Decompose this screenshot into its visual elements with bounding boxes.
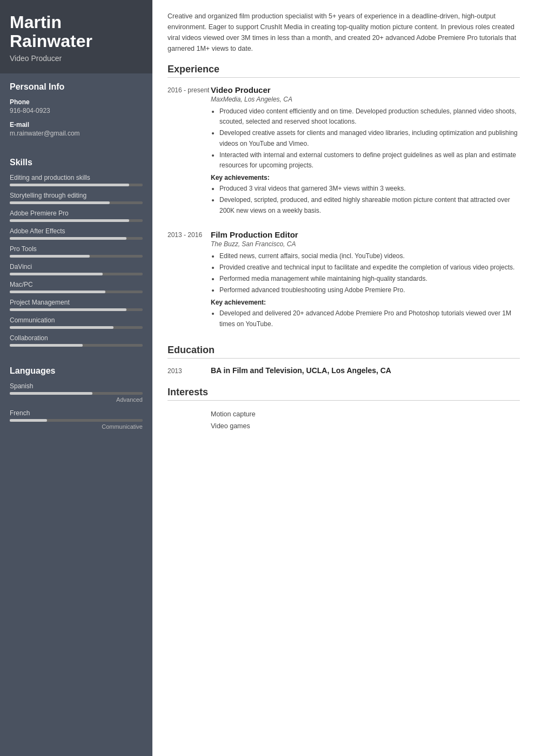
education-section: Education 2013 BA in Film and Television…	[168, 345, 520, 375]
language-bar-fill	[10, 419, 47, 422]
skill-bar-fill	[10, 344, 83, 347]
edu-year: 2013	[168, 366, 211, 375]
bullet-item: Edited news, current affairs, social med…	[219, 251, 520, 261]
interests-heading: Interests	[168, 387, 520, 401]
skill-bar-fill	[10, 326, 113, 329]
skill-item: Pro Tools	[10, 245, 143, 258]
skill-bar-fill	[10, 255, 90, 258]
bullet-item: Produced video content efficiently and o…	[219, 106, 520, 127]
language-level: Advanced	[10, 396, 143, 403]
summary-text: Creative and organized film production s…	[168, 11, 520, 54]
achievement-item: Developed, scripted, produced, and edite…	[219, 195, 520, 215]
languages-section: Languages Spanish Advanced French Commun…	[0, 357, 152, 442]
interest-item: Video games	[211, 420, 256, 433]
skill-item: Mac/PC	[10, 281, 143, 293]
candidate-name: Martin Rainwater	[10, 13, 143, 51]
email-label: E-mail	[10, 121, 143, 129]
skill-item: Communication	[10, 316, 143, 329]
sidebar: Martin Rainwater Video Producer Personal…	[0, 0, 152, 756]
language-item: French Communicative	[10, 409, 143, 430]
skill-name: Editing and production skills	[10, 174, 143, 181]
skills-heading: Skills	[10, 158, 143, 167]
languages-list: Spanish Advanced French Communicative	[10, 382, 143, 430]
skill-bar-bg	[10, 344, 143, 347]
education-list: 2013 BA in Film and Television, UCLA, Lo…	[168, 366, 520, 375]
skill-bar-fill	[10, 219, 129, 222]
skill-bar-fill	[10, 184, 129, 186]
language-bar-fill	[10, 392, 92, 395]
achievements-label: Key achievements:	[211, 174, 520, 181]
skill-bar-fill	[10, 308, 126, 311]
skill-bar-bg	[10, 273, 143, 275]
bullet-item: Provided creative and technical input to…	[219, 262, 520, 273]
achievements-list: Developed and delivered 20+ advanced Ado…	[211, 308, 520, 329]
experience-section: Experience 2016 - present Video Producer…	[168, 64, 520, 333]
exp-content: Film Production Editor The Buzz, San Fra…	[211, 230, 520, 333]
language-name: French	[10, 409, 143, 417]
sidebar-header: Martin Rainwater Video Producer	[0, 0, 152, 73]
language-bar-bg	[10, 419, 143, 422]
exp-content: Video Producer MaxMedia, Los Angeles, CA…	[211, 85, 520, 219]
language-bar-bg	[10, 392, 143, 395]
phone-label: Phone	[10, 98, 143, 106]
phone-value: 916-804-0923	[10, 107, 143, 114]
achievement-item: Developed and delivered 20+ advanced Ado…	[219, 308, 520, 329]
skill-item: Adobe Premiere Pro	[10, 210, 143, 222]
skill-name: Project Management	[10, 299, 143, 306]
skill-item: Storytelling through editing	[10, 192, 143, 204]
candidate-title: Video Producer	[10, 54, 143, 63]
bullet-item: Interacted with internal and external cu…	[219, 150, 520, 171]
skill-item: Editing and production skills	[10, 174, 143, 186]
skill-bar-bg	[10, 201, 143, 204]
skill-item: DaVinci	[10, 263, 143, 275]
personal-info-heading: Personal Info	[10, 82, 143, 92]
skill-name: Storytelling through editing	[10, 192, 143, 199]
skill-item: Project Management	[10, 299, 143, 311]
bullet-item: Developed creative assets for clients an…	[219, 128, 520, 148]
bullet-item: Performed advanced troubleshooting using…	[219, 285, 520, 295]
experience-list: 2016 - present Video Producer MaxMedia, …	[168, 85, 520, 333]
skill-name: Communication	[10, 316, 143, 324]
skill-item: Adobe After Effects	[10, 227, 143, 240]
skill-name: Mac/PC	[10, 281, 143, 288]
skill-item: Collaboration	[10, 334, 143, 347]
exp-company: The Buzz, San Francisco, CA	[211, 240, 520, 248]
skill-bar-fill	[10, 237, 126, 240]
skill-name: Pro Tools	[10, 245, 143, 253]
achievement-item: Produced 3 viral videos that garnered 3M…	[219, 184, 520, 194]
language-level: Communicative	[10, 423, 143, 430]
skills-list: Editing and production skills Storytelli…	[10, 174, 143, 347]
skill-bar-bg	[10, 326, 143, 329]
achievements-label: Key achievement:	[211, 299, 520, 306]
skill-bar-bg	[10, 291, 143, 293]
experience-entry: 2016 - present Video Producer MaxMedia, …	[168, 85, 520, 219]
email-value: m.rainwater@gmail.com	[10, 130, 143, 137]
experience-entry: 2013 - 2016 Film Production Editor The B…	[168, 230, 520, 333]
skill-bar-fill	[10, 201, 110, 204]
skill-bar-bg	[10, 308, 143, 311]
exp-bullets: Edited news, current affairs, social med…	[211, 251, 520, 296]
interests-section: Interests Motion captureVideo games	[168, 387, 520, 433]
exp-dates: 2013 - 2016	[168, 230, 211, 333]
language-name: Spanish	[10, 382, 143, 390]
edu-degree: BA in Film and Television, UCLA, Los Ang…	[211, 366, 391, 375]
skill-bar-fill	[10, 273, 103, 275]
experience-heading: Experience	[168, 64, 520, 78]
achievements-list: Produced 3 viral videos that garnered 3M…	[211, 184, 520, 216]
education-entry: 2013 BA in Film and Television, UCLA, Lo…	[168, 366, 520, 375]
exp-company: MaxMedia, Los Angeles, CA	[211, 96, 520, 103]
language-item: Spanish Advanced	[10, 382, 143, 403]
skill-bar-bg	[10, 184, 143, 186]
languages-heading: Languages	[10, 366, 143, 376]
personal-info-section: Personal Info Phone 916-804-0923 E-mail …	[0, 73, 152, 149]
skill-bar-bg	[10, 255, 143, 258]
skill-bar-bg	[10, 219, 143, 222]
skill-name: Adobe Premiere Pro	[10, 210, 143, 217]
exp-dates: 2016 - present	[168, 85, 211, 219]
education-heading: Education	[168, 345, 520, 359]
skill-bar-bg	[10, 237, 143, 240]
skill-name: Collaboration	[10, 334, 143, 342]
bullet-item: Performed media management while maintai…	[219, 274, 520, 284]
skill-name: Adobe After Effects	[10, 227, 143, 235]
skill-bar-fill	[10, 291, 105, 293]
